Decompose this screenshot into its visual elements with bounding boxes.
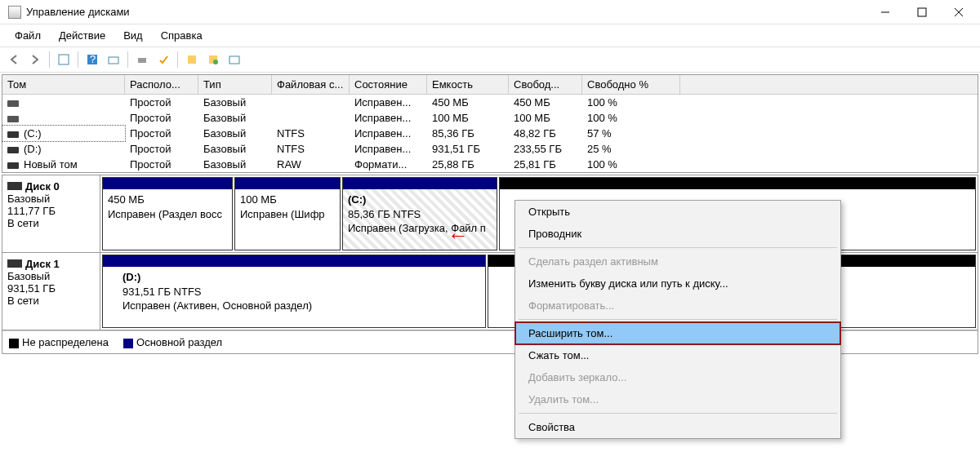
legend-primary: Основной раздел [123, 336, 222, 348]
context-menu: ОткрытьПроводникСделать раздел активнымИ… [514, 200, 841, 439]
col-pct[interactable]: Свободно % [582, 75, 680, 94]
partition[interactable]: (C:)85,36 ГБ NTFSИсправен (Загрузка, Фай… [342, 177, 497, 250]
menu-separator [519, 247, 837, 248]
svg-text:?: ? [90, 54, 96, 65]
table-row[interactable]: (D:)ПростойБазовыйNTFSИсправен...931,51 … [2, 141, 978, 157]
menu-item[interactable]: Проводник [515, 223, 840, 245]
col-free[interactable]: Свобод... [509, 75, 582, 94]
svg-rect-8 [138, 58, 146, 63]
back-button[interactable] [5, 51, 23, 69]
svg-rect-4 [59, 55, 69, 64]
toolbar-icon-2[interactable] [105, 51, 122, 69]
menu-item: Сделать раздел активным [515, 250, 840, 273]
svg-rect-12 [229, 56, 239, 64]
minimize-button[interactable] [866, 1, 903, 24]
partition[interactable]: (D:)931,51 ГБ NTFSИсправен (Активен, Осн… [102, 255, 486, 328]
col-fs[interactable]: Файловая с... [272, 75, 350, 94]
app-icon [8, 6, 21, 19]
menu-item[interactable]: Свойства [515, 416, 840, 438]
svg-point-11 [213, 60, 218, 64]
menu-item[interactable]: Изменить букву диска или путь к диску... [515, 273, 840, 295]
maximize-button[interactable] [903, 1, 940, 24]
menu-item: Удалить том... [515, 388, 840, 410]
partition[interactable]: 450 МБИсправен (Раздел восс [102, 177, 233, 250]
table-row[interactable]: ПростойБазовыйИсправен...100 МБ100 МБ100… [2, 110, 978, 126]
toolbar: ? [0, 47, 980, 73]
menu-separator [519, 319, 837, 320]
menu-help[interactable]: Справка [153, 28, 211, 43]
volume-list-header[interactable]: Том Располо... Тип Файловая с... Состоян… [2, 75, 978, 95]
volume-list[interactable]: Том Располо... Тип Файловая с... Состоян… [2, 74, 978, 173]
menu-action[interactable]: Действие [51, 28, 114, 43]
table-row[interactable]: Новый томПростойБазовыйRAWФормати...25,8… [2, 157, 978, 172]
table-row[interactable]: (C:)ПростойБазовыйNTFSИсправен...85,36 Г… [2, 126, 978, 141]
menu-view[interactable]: Вид [115, 28, 151, 43]
toolbar-icon-3[interactable] [133, 51, 151, 69]
window-title: Управление дисками [26, 6, 866, 18]
menu-separator [519, 413, 837, 414]
menu-item[interactable]: Сжать том... [515, 344, 840, 366]
legend-unallocated: Не распределена [9, 336, 109, 348]
col-cap[interactable]: Емкость [427, 75, 509, 94]
svg-rect-7 [109, 57, 118, 64]
col-layout[interactable]: Располо... [125, 75, 198, 94]
partition[interactable]: 100 МБИсправен (Шифр [234, 177, 341, 250]
col-type[interactable]: Тип [198, 75, 272, 94]
title-bar: Управление дисками [0, 0, 980, 24]
forward-button[interactable] [26, 51, 44, 69]
disk-info[interactable]: Диск 0Базовый111,77 ГБВ сети [2, 175, 100, 252]
svg-rect-1 [918, 8, 926, 16]
disk-info[interactable]: Диск 1Базовый931,51 ГБВ сети [2, 253, 100, 330]
col-status[interactable]: Состояние [350, 75, 427, 94]
menu-bar: Файл Действие Вид Справка [0, 24, 980, 47]
toolbar-icon-6[interactable] [204, 51, 222, 69]
menu-file[interactable]: Файл [7, 28, 49, 43]
close-button[interactable] [940, 1, 977, 24]
menu-item: Добавить зеркало... [515, 366, 840, 388]
help-icon[interactable]: ? [83, 51, 101, 69]
toolbar-icon-4[interactable] [154, 51, 172, 69]
menu-item[interactable]: Расширить том... [515, 322, 840, 344]
toolbar-icon-7[interactable] [225, 51, 243, 69]
toolbar-icon-5[interactable] [183, 51, 201, 69]
col-volume[interactable]: Том [2, 75, 125, 94]
table-row[interactable]: ПростойБазовыйИсправен...450 МБ450 МБ100… [2, 95, 978, 110]
menu-item[interactable]: Открыть [515, 201, 840, 223]
toolbar-icon-1[interactable] [55, 51, 73, 69]
svg-rect-9 [188, 55, 196, 64]
menu-item: Форматировать... [515, 295, 840, 317]
